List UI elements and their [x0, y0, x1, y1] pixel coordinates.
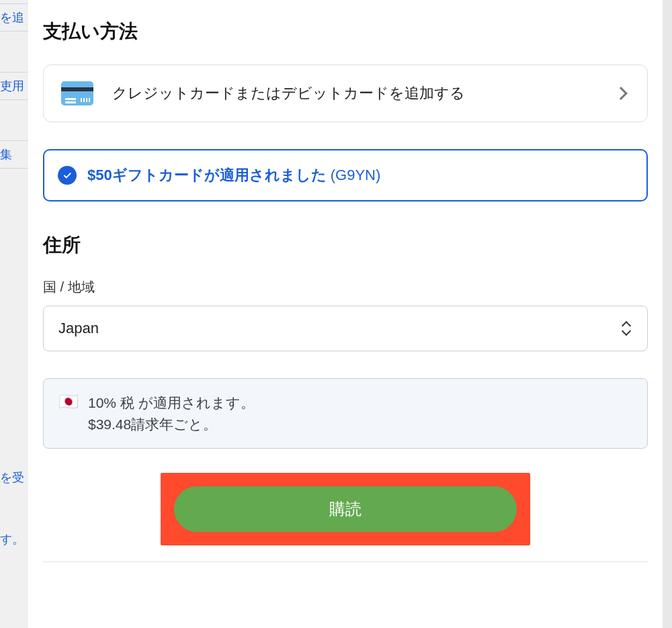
background-page: を追 吏用 集 を受 す。: [0, 0, 28, 628]
country-value: Japan: [58, 320, 620, 337]
add-card-label: クレジットカードまたはデビットカードを追加する: [112, 83, 616, 103]
address-heading: 住所: [43, 232, 648, 258]
divider: [43, 562, 648, 562]
gift-applied-text: $50ギフトカードが適用されました: [87, 165, 327, 185]
bg-text: す。: [0, 531, 28, 547]
chevron-right-icon: [614, 87, 628, 100]
check-circle-icon: [58, 166, 77, 185]
country-select[interactable]: Japan: [43, 306, 648, 351]
payment-dialog: 支払い方法 クレジットカードまたはデビットカードを追加する $50ギフトカードが…: [28, 0, 663, 628]
bg-text: 集: [0, 140, 28, 169]
bg-text: を受: [0, 464, 28, 491]
chevron-updown-icon: [620, 321, 632, 336]
tax-notice: 🇯🇵 10% 税 が適用されます。 $39.48請求年ごと。: [43, 378, 648, 449]
flag-icon: 🇯🇵: [58, 392, 79, 412]
tax-line: $39.48請求年ごと。: [88, 414, 255, 435]
credit-card-icon: [61, 81, 93, 105]
add-card-button[interactable]: クレジットカードまたはデビットカードを追加する: [43, 64, 648, 122]
bg-text: 吏用: [0, 72, 28, 100]
tax-line: 10% 税 が適用されます。: [88, 392, 255, 414]
gift-card-applied-banner[interactable]: $50ギフトカードが適用されました (G9YN): [43, 149, 648, 201]
bg-text: を追: [0, 3, 28, 32]
payment-method-heading: 支払い方法: [43, 19, 648, 44]
tax-text: 10% 税 が適用されます。 $39.48請求年ごと。: [88, 392, 255, 435]
subscribe-button[interactable]: 購読: [174, 486, 517, 532]
subscribe-highlight-box: 購読: [161, 473, 530, 545]
gift-applied-code: (G9YN): [331, 167, 381, 184]
country-label: 国 / 地域: [43, 278, 648, 296]
